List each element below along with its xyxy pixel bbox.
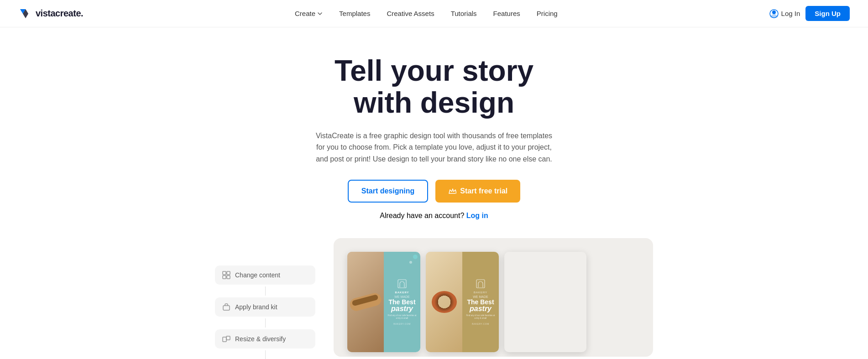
dot-deco	[409, 261, 412, 264]
chevron-down-icon	[317, 11, 323, 16]
logo-icon	[18, 6, 33, 21]
svg-rect-5	[227, 271, 230, 275]
svg-rect-7	[227, 276, 230, 279]
card1-title: BAKERY	[395, 291, 409, 294]
connector-1	[265, 286, 266, 296]
hero-subtext: VistaCreate is a free graphic design too…	[311, 130, 557, 165]
card1-text: BAKERY WE MADE The Best pastry Find any …	[384, 252, 420, 352]
logo-text: vistacreate.	[36, 8, 83, 19]
account-prompt: Already have an account? Log in	[9, 212, 859, 220]
login-button[interactable]: Log In	[769, 9, 800, 18]
feature-apply-brand[interactable]: Apply brand kit	[215, 297, 315, 317]
arch-icon	[397, 278, 408, 289]
resize-icon	[222, 335, 230, 343]
start-trial-button[interactable]: Start free trial	[435, 180, 520, 203]
card-showcase: BAKERY WE MADE The Best pastry Find any …	[334, 238, 653, 357]
card2-text: BAKERY WE MADE The Best pastry Find any …	[462, 252, 499, 352]
nav-actions: Log In Sign Up	[769, 6, 850, 21]
svg-rect-6	[223, 276, 226, 279]
briefcase-icon	[222, 303, 230, 311]
nav-pricing[interactable]: Pricing	[537, 10, 558, 17]
nav-tutorials[interactable]: Tutorials	[451, 10, 477, 17]
signup-button[interactable]: Sign Up	[805, 6, 850, 21]
dot-deco	[413, 255, 418, 259]
svg-rect-8	[223, 306, 230, 310]
card2-photo	[426, 252, 462, 352]
connector-2	[265, 318, 266, 328]
connector-3	[265, 350, 266, 359]
nav-creative-assets[interactable]: Creative Assets	[387, 10, 434, 17]
design-card-2: BAKERY WE MADE The Best pastry Find any …	[426, 252, 499, 352]
nav-features[interactable]: Features	[493, 10, 520, 17]
design-card-1: BAKERY WE MADE The Best pastry Find any …	[347, 252, 420, 352]
svg-rect-12	[398, 280, 406, 288]
svg-rect-10	[226, 336, 230, 340]
logo[interactable]: vistacreate.	[18, 6, 83, 21]
svg-rect-13	[476, 280, 485, 288]
svg-point-2	[772, 10, 776, 14]
svg-rect-9	[223, 337, 226, 342]
hero-buttons: Start designing Start free trial	[9, 180, 859, 203]
arch-icon-2	[475, 278, 486, 289]
nav-links: Create Templates Creative Assets Tutoria…	[295, 10, 558, 17]
feature-section: Change content Apply brand kit Resize & …	[0, 229, 868, 359]
svg-rect-4	[223, 271, 226, 275]
hero-login-link[interactable]: Log in	[466, 212, 488, 219]
nav-create[interactable]: Create	[295, 10, 323, 17]
feature-resize[interactable]: Resize & diversify	[215, 329, 315, 349]
nav-templates[interactable]: Templates	[339, 10, 370, 17]
card1-photo	[347, 252, 384, 352]
grid-icon	[222, 271, 230, 279]
navbar: vistacreate. Create Templates Creative A…	[0, 0, 868, 27]
user-icon	[769, 9, 779, 18]
design-card-3	[504, 252, 586, 352]
feature-sidebar: Change content Apply brand kit Resize & …	[215, 265, 315, 359]
food-bundt-shape	[432, 291, 457, 313]
feature-change-content[interactable]: Change content	[215, 265, 315, 285]
hero-section: Tell your story with design VistaCreate …	[0, 27, 868, 229]
hero-heading: Tell your story with design	[9, 55, 859, 119]
food-eclair-shape	[349, 291, 383, 312]
start-designing-button[interactable]: Start designing	[348, 180, 428, 203]
crown-icon	[448, 187, 456, 195]
